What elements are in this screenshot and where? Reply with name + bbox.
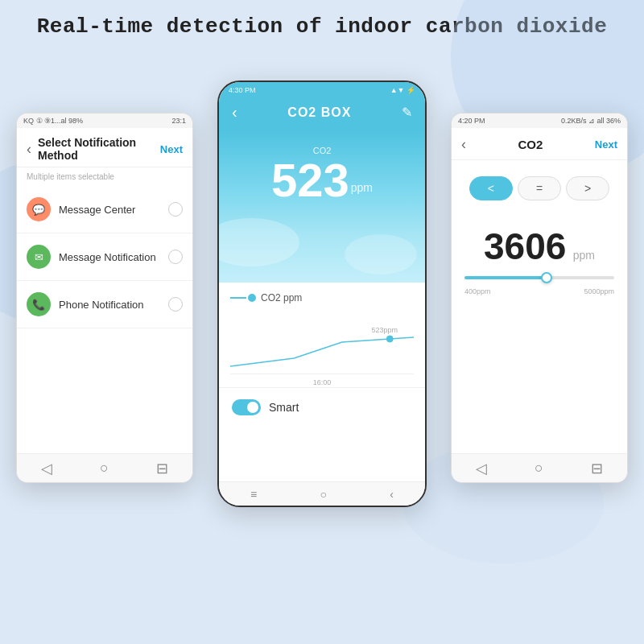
- chart-value-label: 523ppm: [371, 326, 398, 334]
- chart-svg: [230, 310, 414, 374]
- co2-value-display: 523: [271, 154, 349, 206]
- chart-section: CO2 ppm 523ppm 16:00: [219, 283, 425, 384]
- message-notification-icon: ✉: [27, 245, 51, 269]
- phone-left: KQ ① ⑨1...al 98% 23:1 ‹ Select Notificat…: [16, 113, 193, 483]
- left-nav-recent-icon[interactable]: ⊟: [156, 460, 168, 477]
- operator-section: < = >: [452, 160, 627, 212]
- message-center-label: Message Center: [59, 204, 168, 216]
- threshold-unit: ppm: [573, 249, 595, 262]
- threshold-value-display: 3606 ppm: [452, 225, 627, 268]
- smart-section: Smart: [219, 387, 425, 427]
- list-item-message-center[interactable]: 💬 Message Center: [17, 186, 192, 233]
- cloud-decoration-1: [219, 218, 299, 266]
- smart-label: Smart: [269, 401, 299, 414]
- slider-min-label: 400ppm: [464, 287, 491, 295]
- right-status-bar: 4:20 PM 0.2KB/s ⊿ all 36%: [452, 114, 627, 128]
- right-nav-home-icon[interactable]: ○: [535, 460, 543, 477]
- smart-toggle-knob: [247, 402, 258, 413]
- chart-dot-icon: [248, 294, 256, 302]
- center-nav-back-icon[interactable]: ‹: [390, 488, 394, 501]
- center-status-icons: ▲▼ ⚡: [390, 86, 415, 94]
- right-next-button[interactable]: Next: [595, 138, 617, 151]
- slider-thumb[interactable]: [541, 272, 552, 283]
- chart-line-icon: [230, 297, 246, 299]
- left-subtitle: Multiple items selectable: [17, 167, 192, 186]
- center-bottom-nav: ≡ ○ ‹: [219, 481, 425, 506]
- left-status-right: 23:1: [171, 117, 186, 125]
- left-status-left: KQ ① ⑨1...al 98%: [23, 117, 83, 125]
- left-nav-home-icon[interactable]: ○: [100, 460, 109, 477]
- threshold-value: 3606: [484, 225, 566, 267]
- phone-center: 4:30 PM ▲▼ ⚡ ‹ CO2 BOX ✎ CO2 523ppm CO2 …: [217, 80, 427, 507]
- slider-labels: 400ppm 5000ppm: [464, 287, 614, 295]
- message-notification-label: Message Notification: [59, 251, 168, 263]
- center-nav-title: CO2 BOX: [287, 105, 351, 120]
- slider-fill: [464, 276, 547, 279]
- operator-greater-than[interactable]: >: [566, 176, 609, 200]
- chat-icon: 💬: [32, 204, 45, 216]
- page-title: Real-time detection of indoor carbon dio…: [0, 0, 644, 47]
- center-status-time: 4:30 PM: [229, 86, 256, 94]
- left-next-button[interactable]: Next: [160, 143, 183, 155]
- left-nav-bar: ‹ Select Notification Method Next: [17, 128, 192, 167]
- right-bottom-nav: ◁ ○ ⊟: [452, 453, 627, 482]
- chart-area: 523ppm 16:00: [230, 310, 414, 374]
- slider-max-label: 5000ppm: [584, 287, 614, 295]
- email-icon: ✉: [35, 251, 43, 263]
- chart-label: CO2 ppm: [261, 292, 302, 303]
- list-item-phone-notification[interactable]: 📞 Phone Notification: [17, 281, 192, 328]
- message-center-radio[interactable]: [168, 202, 183, 217]
- co2-reading: 523ppm: [235, 157, 409, 204]
- left-back-arrow[interactable]: ‹: [27, 141, 31, 158]
- center-status-bar: 4:30 PM ▲▼ ⚡: [219, 82, 425, 98]
- left-nav-title: Select Notification Method: [38, 136, 160, 162]
- operator-equals[interactable]: =: [518, 176, 561, 200]
- right-status-time: 4:20 PM: [458, 117, 485, 125]
- right-status-right: 0.2KB/s ⊿ all 36%: [561, 117, 621, 125]
- phone-notification-radio[interactable]: [168, 297, 183, 312]
- left-status-bar: KQ ① ⑨1...al 98% 23:1: [17, 114, 192, 128]
- center-nav-bar: ‹ CO2 BOX ✎: [219, 98, 425, 130]
- message-notification-radio[interactable]: [168, 250, 183, 264]
- cloud-decoration-2: [345, 234, 417, 275]
- svg-point-0: [386, 336, 393, 342]
- phone-right: 4:20 PM 0.2KB/s ⊿ all 36% ‹ CO2 Next < =…: [451, 113, 628, 483]
- center-nav-menu-icon[interactable]: ≡: [250, 488, 257, 501]
- center-back-arrow[interactable]: ‹: [232, 103, 237, 122]
- operator-less-than[interactable]: <: [469, 176, 513, 200]
- list-item-message-notification[interactable]: ✉ Message Notification: [17, 233, 192, 281]
- smart-toggle[interactable]: [232, 399, 261, 415]
- co2-unit-display: ppm: [351, 181, 373, 194]
- slider-section: 400ppm 5000ppm: [452, 276, 627, 303]
- phones-showcase: KQ ① ⑨1...al 98% 23:1 ‹ Select Notificat…: [0, 64, 644, 644]
- co2-display-area: CO2 523ppm: [219, 130, 425, 283]
- center-nav-home-icon[interactable]: ○: [320, 488, 327, 501]
- right-nav-back-icon[interactable]: ◁: [476, 460, 487, 477]
- phone-notification-label: Phone Notification: [59, 299, 168, 311]
- chart-time-label: 16:00: [313, 378, 332, 386]
- phone-icon: 📞: [32, 299, 45, 311]
- phone-notification-icon: 📞: [27, 292, 51, 316]
- slider-track[interactable]: [464, 276, 614, 279]
- right-nav-bar: ‹ CO2 Next: [452, 128, 627, 160]
- message-center-icon: 💬: [27, 197, 51, 221]
- left-nav-back-icon[interactable]: ◁: [41, 460, 52, 477]
- center-edit-icon[interactable]: ✎: [402, 105, 412, 120]
- left-bottom-nav: ◁ ○ ⊟: [17, 453, 192, 482]
- operator-buttons-group: < = >: [464, 176, 614, 200]
- chart-header: CO2 ppm: [230, 292, 414, 303]
- right-nav-title: CO2: [466, 138, 595, 151]
- right-nav-recent-icon[interactable]: ⊟: [591, 460, 603, 477]
